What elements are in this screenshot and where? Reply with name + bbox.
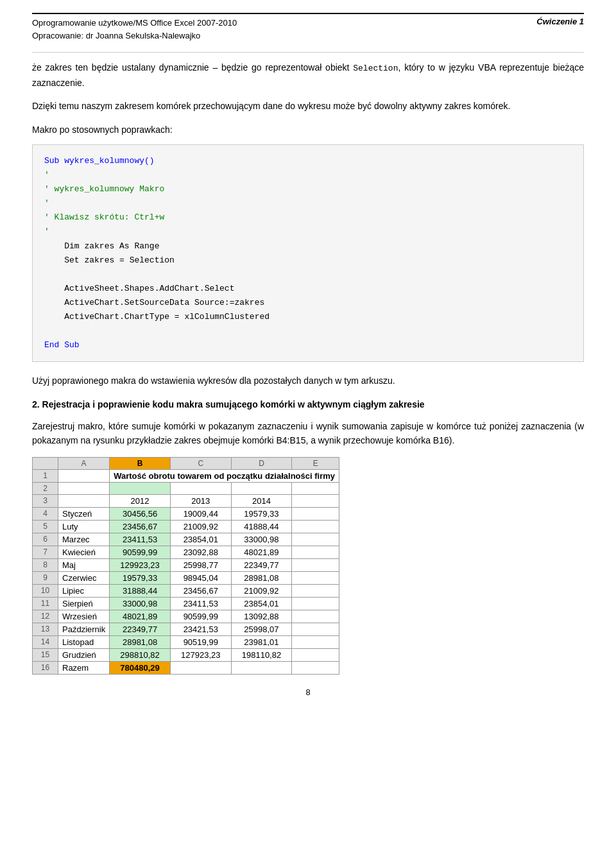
cell-13-e [292,623,339,635]
cell-15-c: 127923,23 [170,648,231,661]
cell-14-a: Listopad [58,635,110,648]
cell-10-c: 23456,67 [170,584,231,597]
row-num-12: 12 [33,610,58,623]
cell-5-a: Luty [58,520,110,533]
row-num-16: 16 [33,661,58,674]
cell-7-e [292,546,339,558]
code-block: Sub wykres_kolumnowy() ' ' wykres_kolumn… [32,144,584,362]
row-num-3: 3 [33,494,58,507]
cell-5-c: 21009,92 [170,520,231,533]
col-header-b: B [110,457,171,469]
cell-12-a: Wrzesień [58,610,110,623]
cell-9-e [292,571,339,584]
code-line-10: ActiveSheet.Shapes.AddChart.Select [44,282,572,296]
code-line-9 [44,268,572,282]
cell-12-b: 48021,89 [110,610,171,623]
cell-6-d: 33000,98 [231,533,292,546]
cell-5-e [292,520,339,533]
row-num-7: 7 [33,546,58,558]
table-row: 12 Wrzesień 48021,89 90599,99 13092,88 [33,610,339,623]
cell-16-d [231,661,292,674]
cell-11-a: Sierpień [58,597,110,610]
code-line-2: ' [44,168,572,182]
table-row: 2 [33,482,339,494]
dzieki-paragraph: Dzięki temu naszym zakresem komórek prze… [32,99,584,113]
header: Oprogramowanie użytkowe/MS Office Excel … [32,17,584,42]
cell-5-b: 23456,67 [110,520,171,533]
cell-12-e [292,610,339,623]
row-num-1: 1 [33,469,58,482]
cell-8-a: Maj [58,558,110,571]
cell-11-b: 33000,98 [110,597,171,610]
section2-paragraph: Zarejestruj makro, które sumuje komórki … [32,419,584,448]
cell-6-a: Marzec [58,533,110,546]
cell-4-e [292,507,339,520]
cell-11-e [292,597,339,610]
table-row: 15 Grudzień 298810,82 127923,23 198110,8… [33,648,339,661]
cell-7-b: 90599,99 [110,546,171,558]
row-num-11: 11 [33,597,58,610]
table-row: 1 Wartość obrotu towarem od początku dzi… [33,469,339,482]
cell-8-c: 25998,77 [170,558,231,571]
cell-12-c: 90599,99 [170,610,231,623]
cell-9-c: 98945,04 [170,571,231,584]
cell-3-d: 2014 [231,494,292,507]
row-num-9: 9 [33,571,58,584]
table-row: 8 Maj 129923,23 25998,77 22349,77 [33,558,339,571]
cell-16-c [170,661,231,674]
cell-8-b: 129923,23 [110,558,171,571]
excel-table-wrapper: A B C D E 1 Wartość obrotu towarem od po… [32,457,584,675]
row-num-2: 2 [33,482,58,494]
cell-15-e [292,648,339,661]
code-line-3: ' wykres_kolumnowy Makro [44,182,572,196]
cell-9-a: Czerwiec [58,571,110,584]
code-line-11: ActiveChart.SetSourceData Source:=zakres [44,296,572,310]
table-row: 10 Lipiec 31888,44 23456,67 21009,92 [33,584,339,597]
table-row: 14 Listopad 28981,08 90519,99 23981,01 [33,635,339,648]
intro-text-before: że zakres ten będzie ustalany dynamiczni… [32,62,353,73]
table-row: 7 Kwiecień 90599,99 23092,88 48021,89 [33,546,339,558]
page: Oprogramowanie użytkowe/MS Office Excel … [0,0,616,853]
cell-15-b: 298810,82 [110,648,171,661]
intro-code: Selection [353,64,398,73]
cell-16-a: Razem [58,661,110,674]
row-num-6: 6 [33,533,58,546]
intro-paragraph: że zakres ten będzie ustalany dynamiczni… [32,60,584,90]
table-row: 16 Razem 780480,29 [33,661,339,674]
table-row: 4 Styczeń 30456,56 19009,44 19579,33 [33,507,339,520]
row-num-8: 8 [33,558,58,571]
cell-16-b: 780480,29 [110,661,171,674]
row-num-15: 15 [33,648,58,661]
cell-13-b: 22349,77 [110,623,171,635]
header-line1: Oprogramowanie użytkowe/MS Office Excel … [32,17,237,30]
table-row: 9 Czerwiec 19579,33 98945,04 28981,08 [33,571,339,584]
col-header-num [33,457,58,469]
col-header-c: C [170,457,231,469]
table-header-row: A B C D E [33,457,339,469]
col-header-e: E [292,457,339,469]
cell-12-d: 13092,88 [231,610,292,623]
cell-2-a [58,482,110,494]
cell-7-d: 48021,89 [231,546,292,558]
code-line-14: End Sub [44,338,572,352]
cell-5-d: 41888,44 [231,520,292,533]
cell-1-title: Wartość obrotu towarem od początku dział… [110,469,339,482]
cell-10-b: 31888,44 [110,584,171,597]
cell-9-b: 19579,33 [110,571,171,584]
header-divider [32,52,584,53]
code-line-5: ' Klawisz skrótu: Ctrl+w [44,211,572,225]
cell-11-c: 23411,53 [170,597,231,610]
cell-14-e [292,635,339,648]
cell-14-d: 23981,01 [231,635,292,648]
cell-6-c: 23854,01 [170,533,231,546]
table-row: 11 Sierpień 33000,98 23411,53 23854,01 [33,597,339,610]
exercise-label: Ćwiczenie 1 [524,17,584,26]
cell-4-b: 30456,56 [110,507,171,520]
cell-13-d: 25998,07 [231,623,292,635]
cell-16-e [292,661,339,674]
makro-label: Makro po stosownych poprawkach: [32,123,584,137]
cell-4-d: 19579,33 [231,507,292,520]
row-num-10: 10 [33,584,58,597]
code-line-8: Set zakres = Selection [44,254,572,268]
code-line-1: Sub wykres_kolumnowy() [44,154,572,168]
